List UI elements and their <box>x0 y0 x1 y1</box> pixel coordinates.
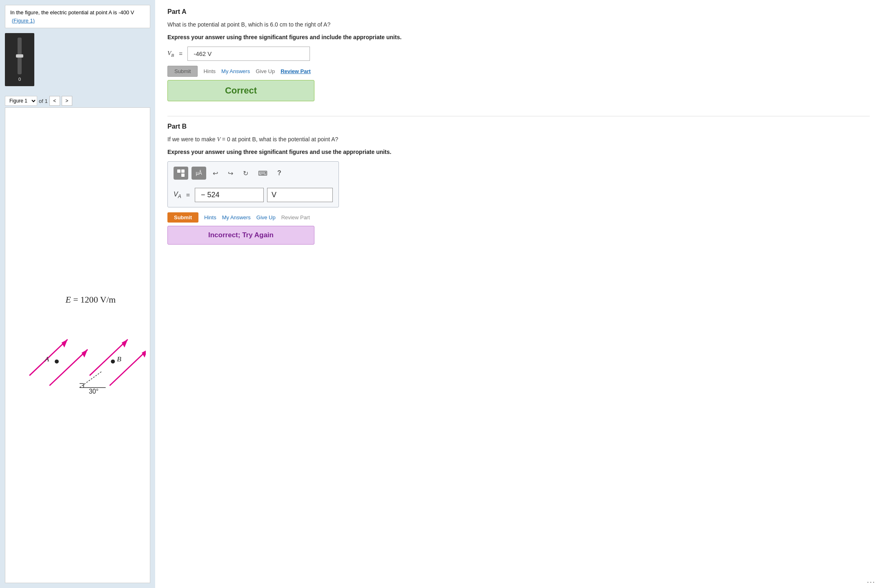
part-b-label: Part B <box>167 123 870 130</box>
part-b-equation-row: VA = <box>174 188 333 202</box>
part-a-instruction: Express your answer using three signific… <box>167 33 870 42</box>
figure-of-label: of 1 <box>39 98 48 104</box>
undo-button[interactable]: ↩ <box>209 167 221 180</box>
part-a-my-answers-link[interactable]: My Answers <box>221 68 250 74</box>
figure-svg: E = 1200 V/m <box>9 290 146 401</box>
help-button[interactable]: ? <box>274 167 285 180</box>
part-b-my-answers-link[interactable]: My Answers <box>222 214 251 220</box>
figure-dropdown[interactable]: Figure 1 <box>5 96 37 106</box>
part-b-instruction: Express your answer using three signific… <box>167 148 870 156</box>
part-a-equals: = <box>177 50 184 57</box>
part-b-var-label: VA <box>174 191 181 199</box>
figure-display: E = 1200 V/m <box>5 107 150 583</box>
part-a-subscript: B <box>171 53 174 58</box>
math-input-container: μÅ ↩ ↪ ↻ ⌨ ? <box>167 161 339 207</box>
part-b-hints-link[interactable]: Hints <box>204 214 216 220</box>
slider-label: 0 <box>18 77 21 82</box>
mu-tool-button[interactable]: μÅ <box>192 167 206 180</box>
part-a-give-up-label: Give Up <box>256 68 275 74</box>
part-b-equals: = <box>186 192 190 199</box>
refresh-button[interactable]: ↻ <box>240 167 252 180</box>
info-text: In the figure, the electric potential at… <box>10 9 134 16</box>
svg-point-9 <box>55 359 59 363</box>
svg-rect-18 <box>177 169 180 173</box>
figure-link[interactable]: (Figure 1) <box>12 18 35 24</box>
svg-text:A: A <box>44 355 49 363</box>
svg-text:E
             = 1200 V/m: E = 1200 V/m <box>65 294 116 304</box>
svg-marker-6 <box>122 339 128 347</box>
part-b-review-part-label: Review Part <box>281 214 310 220</box>
correct-banner: Correct <box>167 80 314 101</box>
part-a-label: Part A <box>167 8 870 16</box>
info-box: In the figure, the electric potential at… <box>5 5 150 28</box>
part-a-answer-input[interactable] <box>187 47 310 61</box>
prev-figure-button[interactable]: < <box>49 96 60 106</box>
svg-marker-8 <box>142 349 146 357</box>
part-a-review-part-link[interactable]: Review Part <box>281 68 311 74</box>
slider-track[interactable] <box>18 38 22 74</box>
part-a-toolbar: Submit Hints My Answers Give Up Review P… <box>167 66 870 77</box>
svg-rect-20 <box>177 174 180 177</box>
next-figure-button[interactable]: > <box>62 96 72 106</box>
svg-line-5 <box>89 339 127 375</box>
part-a-hints-label: Hints <box>203 68 216 74</box>
svg-text:30°: 30° <box>89 388 99 394</box>
incorrect-banner: Incorrect; Try Again <box>167 226 314 245</box>
svg-rect-21 <box>181 174 185 177</box>
right-panel: Part A What is the potential at point B,… <box>155 0 882 588</box>
part-b-subscript: A <box>178 194 181 199</box>
svg-marker-4 <box>82 349 88 357</box>
figure-selector: Figure 1 of 1 < > <box>5 96 150 106</box>
section-divider <box>167 116 870 116</box>
part-b-submit-button[interactable]: Submit <box>167 212 198 223</box>
svg-text:B: B <box>117 355 121 363</box>
redo-button[interactable]: ↪ <box>225 167 236 180</box>
math-toolbar: μÅ ↩ ↪ ↻ ⌨ ? <box>174 167 333 183</box>
part-b-section: Part B If we were to make V = 0 at point… <box>167 123 870 245</box>
svg-point-11 <box>111 359 115 363</box>
part-a-question: What is the potential at point B, which … <box>167 20 870 29</box>
svg-line-3 <box>49 349 87 385</box>
part-b-give-up-link[interactable]: Give Up <box>256 214 276 220</box>
svg-line-7 <box>110 349 146 385</box>
part-b-value-input[interactable] <box>195 188 264 202</box>
part-a-submit-button[interactable]: Submit <box>167 66 198 77</box>
slider-container: 0 <box>5 33 34 86</box>
keyboard-button[interactable]: ⌨ <box>255 167 271 180</box>
part-b-question: If we were to make V = 0 at point B, wha… <box>167 135 870 144</box>
part-b-toolbar: Submit Hints My Answers Give Up Review P… <box>167 212 870 223</box>
part-a-var-label: VB <box>167 50 174 58</box>
svg-marker-2 <box>62 339 68 347</box>
part-b-unit-input[interactable] <box>267 188 333 202</box>
bottom-dots: ... <box>867 576 875 585</box>
grid-tool-button[interactable] <box>174 167 188 180</box>
slider-thumb[interactable] <box>16 54 23 58</box>
part-a-answer-row: VB = <box>167 47 870 61</box>
part-a-section: Part A What is the potential at point B,… <box>167 8 870 109</box>
svg-rect-19 <box>181 169 185 173</box>
left-panel: In the figure, the electric potential at… <box>0 0 155 588</box>
